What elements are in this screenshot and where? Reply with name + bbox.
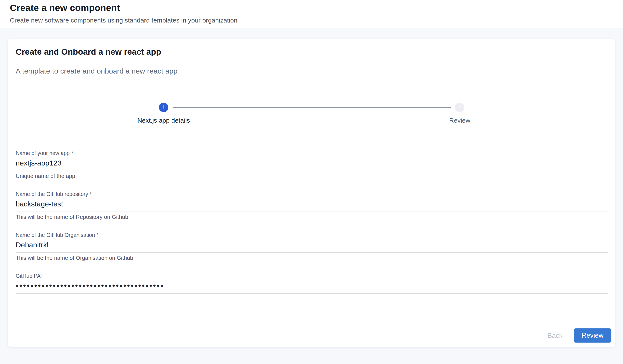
github-pat-label: GitHub PAT — [16, 273, 44, 279]
github-repository-label: Name of the GitHub repository * — [16, 191, 92, 197]
github-organisation-helper: This will be the name of Organisation on… — [16, 255, 608, 261]
step-2-badge: 2 — [455, 103, 465, 112]
page-header: Create a new component Create new softwa… — [0, 0, 623, 28]
card-title: Create and Onboard a new react app — [16, 39, 608, 57]
stepper: 1 Next.js app details 2 Review — [16, 103, 608, 124]
step-review: 2 Review — [312, 103, 608, 124]
card-subtitle: A template to create and onboard a new r… — [16, 67, 608, 75]
field-github-pat: GitHub PAT — [16, 273, 608, 294]
template-card: Create and Onboard a new react app A tem… — [8, 39, 615, 347]
card-actions: Back Review — [542, 328, 611, 343]
github-organisation-label: Name of the GitHub Organisation * — [16, 232, 98, 238]
back-button[interactable]: Back — [542, 329, 568, 342]
app-name-label: Name of your new app * — [16, 150, 73, 156]
page-title: Create a new component — [10, 2, 613, 13]
page-subtitle: Create new software components using sta… — [10, 17, 613, 24]
review-button[interactable]: Review — [574, 328, 611, 343]
step-nextjs-app-details: 1 Next.js app details — [16, 103, 312, 124]
github-pat-input[interactable] — [16, 281, 608, 294]
step-2-label: Review — [449, 117, 470, 124]
field-app-name: Name of your new app * Unique name of th… — [16, 150, 608, 179]
app-name-input[interactable] — [16, 158, 608, 171]
github-repository-helper: This will be the name of Repository on G… — [16, 214, 608, 220]
step-1-label: Next.js app details — [137, 117, 190, 124]
step-1-badge: 1 — [159, 103, 168, 112]
app-name-helper: Unique name of the app — [16, 173, 608, 179]
github-organisation-input[interactable] — [16, 240, 608, 253]
field-github-repository: Name of the GitHub repository * This wil… — [16, 191, 608, 220]
stepper-connector — [173, 107, 451, 107]
field-github-organisation: Name of the GitHub Organisation * This w… — [16, 232, 608, 261]
github-repository-input[interactable] — [16, 199, 608, 212]
component-form: Name of your new app * Unique name of th… — [16, 150, 608, 294]
